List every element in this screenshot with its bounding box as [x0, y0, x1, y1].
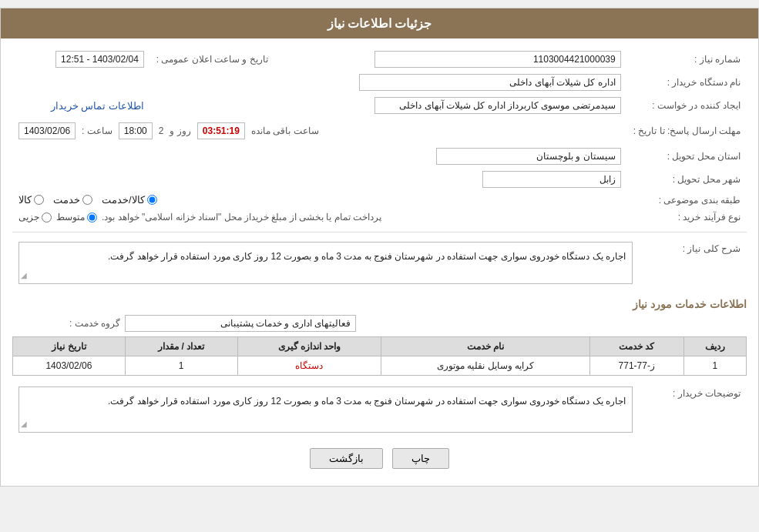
- sherh-value: اجاره یک دستگاه خودروی سواری جهت استفاده…: [18, 242, 633, 284]
- saat-label: ساعت :: [82, 125, 113, 136]
- gorooh-label: گروه خدمت :: [12, 318, 120, 329]
- back-button[interactable]: بازگشت: [310, 448, 383, 469]
- services-section: اطلاعات خدمات مورد نیاز گروه خدمت : فعال…: [12, 298, 747, 376]
- etelaat-link[interactable]: اطلاعات تماس خریدار: [51, 100, 144, 112]
- page-header: جزئیات اطلاعات نیاز: [1, 8, 758, 38]
- khadamat-title: اطلاعات خدمات مورد نیاز: [12, 298, 747, 310]
- tabaghe-khedmat[interactable]: خدمت: [53, 194, 92, 206]
- gorooh-row: گروه خدمت : فعالیتهای اداری و خدمات پشتی…: [12, 315, 747, 332]
- name-dastgah-value: اداره کل شیلات آبهای داخلی: [359, 74, 621, 91]
- rooz-value: 2: [159, 125, 164, 136]
- tabaghe-options: کالا خدمت کالا/خدمت: [18, 194, 621, 206]
- table-row: 1 ز-77-771 کرایه وسایل نقلیه موتوری دستگ…: [13, 356, 747, 376]
- tabaghe-label: طبقه بندی موضوعی :: [627, 191, 747, 209]
- col-radif: ردیف: [683, 337, 746, 356]
- col-naam: نام خدمت: [381, 337, 590, 356]
- mohlet-date: 1403/02/06: [18, 122, 76, 139]
- info-table: شماره نیاز : 1103004421000039 تاریخ و سا…: [12, 48, 747, 226]
- tosihaat-value: اجاره یک دستگاه خودروی سواری جهت استفاده…: [18, 386, 633, 433]
- col-tarikh: تاریخ نیاز: [13, 337, 126, 356]
- cell-kod: ز-77-771: [589, 356, 683, 376]
- col-kod: کد خدمت: [589, 337, 683, 356]
- rooz-label: روز و: [170, 125, 190, 136]
- col-tedad: تعداد / مقدار: [125, 337, 237, 356]
- tabaghe-kala[interactable]: کالا: [18, 194, 44, 206]
- saat-value: 18:00: [119, 122, 153, 139]
- tosihaat-label: توضیحات خریدار :: [639, 383, 747, 436]
- resize-icon: ◢: [21, 269, 27, 282]
- ijad-label: ایجاد کننده در خواست :: [627, 94, 747, 117]
- shomara-label: شماره نیاز :: [627, 48, 747, 71]
- ostan-value: سیستان و بلوچستان: [436, 148, 621, 165]
- gorooh-value: فعالیتهای اداری و خدمات پشتیبانی: [125, 315, 356, 332]
- print-button[interactable]: چاپ: [392, 448, 449, 469]
- nofarand-label: نوع فرآیند خرید :: [627, 209, 747, 226]
- name-dastgah-label: نام دستگاه خریدار :: [627, 71, 747, 94]
- cell-naam: کرایه وسایل نقلیه موتوری: [381, 356, 590, 376]
- resize-icon-2: ◢: [21, 417, 27, 430]
- shahr-label: شهر محل تحویل :: [627, 168, 747, 191]
- page-title: جزئیات اطلاعات نیاز: [327, 17, 432, 30]
- tarikh-label: تاریخ و ساعت اعلان عمومی :: [150, 48, 274, 71]
- mohlet-label: مهلت ارسال پاسخ: تا تاریخ :: [627, 117, 747, 145]
- sherh-table: شرح کلی نیاز : اجاره یک دستگاه خودروی سو…: [12, 239, 747, 287]
- cell-tarikh: 1403/02/06: [13, 356, 126, 376]
- shomara-value: 1103004421000039: [374, 51, 621, 68]
- tabaghe-kala-khedmat[interactable]: کالا/خدمت: [102, 194, 157, 206]
- baghimande-label: ساعت باقی مانده: [251, 125, 319, 136]
- sherh-label: شرح کلی نیاز :: [639, 239, 747, 287]
- nofarand-jozi[interactable]: جزیی: [18, 212, 52, 223]
- shahr-value: زابل: [482, 171, 621, 188]
- button-row: چاپ بازگشت: [12, 448, 747, 469]
- nofarand-motawaset[interactable]: متوسط: [56, 212, 97, 223]
- nofarand-note: پرداخت تمام یا بخشی از مبلغ خریداز محل "…: [102, 212, 381, 223]
- cell-vahed: دستگاه: [237, 356, 381, 376]
- cell-tedad: 1: [125, 356, 237, 376]
- services-table: ردیف کد خدمت نام خدمت واحد اندازه گیری ت…: [12, 336, 747, 376]
- nofarand-options: جزیی متوسط پرداخت تمام یا بخشی از مبلغ خ…: [18, 212, 621, 223]
- ijad-value: سیدمرتضی موسوی کاربرداز اداره کل شیلات آ…: [374, 97, 621, 114]
- tosihaat-table: توضیحات خریدار : اجاره یک دستگاه خودروی …: [12, 383, 747, 436]
- tarikh-aalan-value: 1403/02/04 - 12:51: [55, 51, 144, 68]
- ostan-label: استان محل تحویل :: [627, 145, 747, 168]
- cell-radif: 1: [683, 356, 746, 376]
- timer-value: 03:51:19: [197, 122, 245, 139]
- col-vahed: واحد اندازه گیری: [237, 337, 381, 356]
